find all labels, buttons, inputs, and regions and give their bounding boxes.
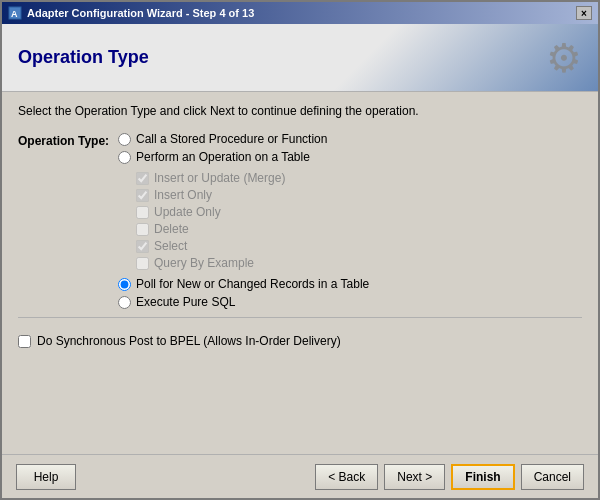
- gear-icon: ⚙: [546, 35, 582, 81]
- content-area: Select the Operation Type and click Next…: [2, 92, 598, 454]
- radio-table-operation-label: Perform an Operation on a Table: [136, 150, 310, 164]
- sync-row[interactable]: Do Synchronous Post to BPEL (Allows In-O…: [18, 334, 582, 348]
- chk-update-only[interactable]: Update Only: [136, 205, 369, 219]
- finish-button[interactable]: Finish: [451, 464, 514, 490]
- footer-left: Help: [16, 464, 76, 490]
- radio-group: Call a Stored Procedure or Function Perf…: [118, 132, 369, 309]
- radio-table-operation-input[interactable]: [118, 151, 131, 164]
- radio-pure-sql[interactable]: Execute Pure SQL: [118, 295, 369, 309]
- operation-type-label: Operation Type:: [18, 132, 118, 148]
- chk-update-only-label: Update Only: [154, 205, 221, 219]
- footer: Help < Back Next > Finish Cancel: [2, 454, 598, 498]
- chk-query-by-example[interactable]: Query By Example: [136, 256, 369, 270]
- separator: [18, 317, 582, 318]
- chk-insert-only[interactable]: Insert Only: [136, 188, 369, 202]
- radio-poll-records-label: Poll for New or Changed Records in a Tab…: [136, 277, 369, 291]
- chk-delete-label: Delete: [154, 222, 189, 236]
- radio-poll-records[interactable]: Poll for New or Changed Records in a Tab…: [118, 277, 369, 291]
- next-button[interactable]: Next >: [384, 464, 445, 490]
- radio-pure-sql-label: Execute Pure SQL: [136, 295, 235, 309]
- chk-query-by-example-input: [136, 257, 149, 270]
- window-title: Adapter Configuration Wizard - Step 4 of…: [27, 7, 254, 19]
- window-icon: A: [8, 6, 22, 20]
- wizard-window: A Adapter Configuration Wizard - Step 4 …: [0, 0, 600, 500]
- chk-query-by-example-label: Query By Example: [154, 256, 254, 270]
- help-button[interactable]: Help: [16, 464, 76, 490]
- sync-label: Do Synchronous Post to BPEL (Allows In-O…: [37, 334, 341, 348]
- radio-poll-records-input[interactable]: [118, 278, 131, 291]
- chk-select-input: [136, 240, 149, 253]
- chk-delete-input: [136, 223, 149, 236]
- operation-type-section: Operation Type: Call a Stored Procedure …: [18, 132, 582, 309]
- close-button[interactable]: ×: [576, 6, 592, 20]
- radio-stored-procedure-label: Call a Stored Procedure or Function: [136, 132, 327, 146]
- back-button[interactable]: < Back: [315, 464, 378, 490]
- sync-checkbox[interactable]: [18, 335, 31, 348]
- chk-select-label: Select: [154, 239, 187, 253]
- radio-table-operation[interactable]: Perform an Operation on a Table: [118, 150, 369, 164]
- chk-select[interactable]: Select: [136, 239, 369, 253]
- chk-delete[interactable]: Delete: [136, 222, 369, 236]
- table-operation-options: Insert or Update (Merge) Insert Only Upd…: [136, 171, 369, 270]
- chk-update-only-input: [136, 206, 149, 219]
- description-text: Select the Operation Type and click Next…: [18, 104, 582, 118]
- title-bar-left: A Adapter Configuration Wizard - Step 4 …: [8, 6, 254, 20]
- page-title: Operation Type: [18, 47, 149, 68]
- title-bar: A Adapter Configuration Wizard - Step 4 …: [2, 2, 598, 24]
- chk-insert-only-label: Insert Only: [154, 188, 212, 202]
- chk-insert-update[interactable]: Insert or Update (Merge): [136, 171, 369, 185]
- svg-text:A: A: [11, 9, 18, 19]
- chk-insert-update-input: [136, 172, 149, 185]
- radio-stored-procedure[interactable]: Call a Stored Procedure or Function: [118, 132, 369, 146]
- radio-pure-sql-input[interactable]: [118, 296, 131, 309]
- footer-right: < Back Next > Finish Cancel: [315, 464, 584, 490]
- radio-stored-procedure-input[interactable]: [118, 133, 131, 146]
- chk-insert-update-label: Insert or Update (Merge): [154, 171, 285, 185]
- header-banner: Operation Type ⚙: [2, 24, 598, 92]
- cancel-button[interactable]: Cancel: [521, 464, 584, 490]
- chk-insert-only-input: [136, 189, 149, 202]
